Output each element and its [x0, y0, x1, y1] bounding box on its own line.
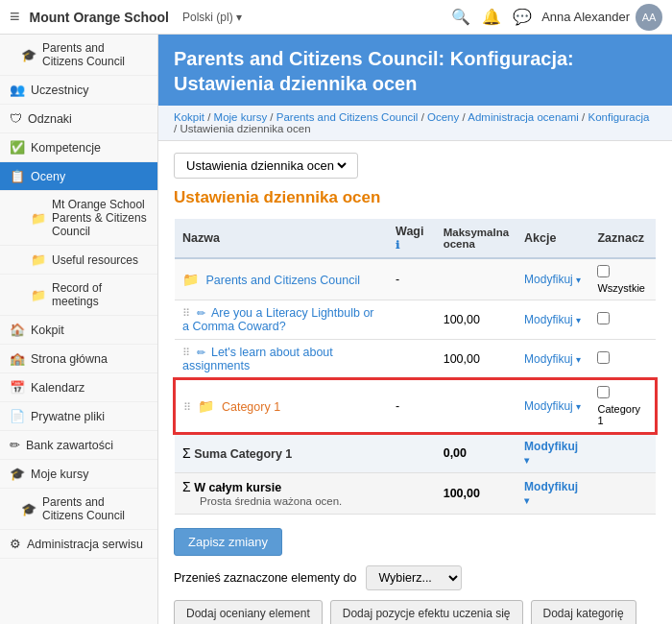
drag-handle[interactable]: ⠿: [182, 307, 190, 319]
sidebar-item-label: Mt Orange School Parents & Citizens Coun…: [52, 198, 148, 238]
user-menu[interactable]: Anna Alexander AA: [541, 4, 662, 31]
topbar: ≡ Mount Orange School Polski (pl) ▾ 🔍 🔔 …: [0, 0, 672, 35]
move-select[interactable]: Wybierz...: [366, 565, 462, 590]
item-link[interactable]: Are you a Literacy Lightbulb or a Comma …: [182, 306, 374, 333]
cell-wagi: [388, 433, 436, 473]
sidebar-item-label: Moje kursy: [31, 468, 88, 481]
sidebar-item-label: Parents and Citizens Council: [42, 41, 148, 68]
main-layout: 🎓 Parents and Citizens Council 👥 Uczestn…: [0, 35, 672, 624]
search-icon[interactable]: 🔍: [451, 8, 470, 26]
cell-maks: [436, 379, 516, 433]
sidebar-item-kokpit[interactable]: 🏠 Kokpit: [0, 316, 157, 345]
sidebar-item-label: Kalendarz: [31, 381, 84, 395]
section-title: Ustawienia dziennika ocen: [174, 188, 657, 207]
user-name: Anna Alexander: [541, 10, 630, 24]
breadcrumb-link-moje-kursy[interactable]: Moje kursy: [214, 111, 268, 123]
cell-wagi: -: [388, 379, 436, 433]
sidebar-item-record-meetings[interactable]: 📁 Record of meetings: [0, 275, 157, 316]
folder-icon: 📁: [182, 272, 199, 287]
sidebar-item-uczestnicy[interactable]: 👥 Uczestnicy: [0, 76, 157, 105]
sidebar-item-prywatne-pliki[interactable]: 📄 Prywatne pliki: [0, 402, 157, 431]
cell-maks: 100,00: [436, 300, 516, 340]
save-button[interactable]: Zapisz zmiany: [174, 528, 282, 556]
view-selector[interactable]: Ustawienia dziennika ocen: [182, 157, 349, 174]
breadcrumb-link-kokpit[interactable]: Kokpit: [174, 111, 204, 123]
sidebar-item-parents-citizens2[interactable]: 🎓 Parents and Citizens Council: [0, 489, 157, 530]
add-buttons: Dodaj oceniany element Dodaj pozycje efe…: [174, 600, 657, 624]
folder-icon: 📁: [31, 211, 46, 226]
breadcrumb-link-admin[interactable]: Administracja ocenami: [468, 111, 579, 123]
total-subtext: Prosta średnia ważona ocen.: [182, 495, 342, 507]
cell-nazwa: Σ W całym kursie Prosta średnia ważona o…: [175, 473, 388, 515]
language-selector[interactable]: Polski (pl) ▾: [182, 11, 242, 24]
view-selector-wrapper: Ustawienia dziennika ocen: [174, 153, 358, 179]
bell-icon[interactable]: 🔔: [482, 8, 501, 26]
menu-icon[interactable]: ≡: [10, 7, 20, 27]
cell-maks: [436, 258, 516, 300]
cell-nazwa: ⠿ ✏ Are you a Literacy Lightbulb or a Co…: [175, 300, 388, 340]
sidebar-item-strona-glowna[interactable]: 🏫 Strona główna: [0, 345, 157, 373]
sidebar-item-label: Odznaki: [28, 112, 72, 126]
modify-button[interactable]: Modyfikuj: [524, 399, 580, 413]
cell-nazwa: ⠿ ✏ Let's learn about about assignments: [175, 340, 388, 380]
content-area: Parents and Citizens Council: Konfigurac…: [158, 35, 672, 624]
select-checkbox[interactable]: [597, 386, 610, 398]
select-checkbox[interactable]: [597, 265, 610, 277]
sidebar-item-bank[interactable]: ✏ Bank zawartości: [0, 431, 157, 460]
select-all-label: Wszystkie: [597, 282, 648, 294]
edit-icon[interactable]: ✏: [197, 307, 205, 319]
sidebar-item-oceny[interactable]: 📋 Oceny: [0, 162, 157, 191]
sidebar-item-kalendarz[interactable]: 📅 Kalendarz: [0, 373, 157, 402]
gear-icon: ⚙: [10, 537, 21, 551]
sidebar-item-odznaki[interactable]: 🛡 Odznaki: [0, 105, 157, 133]
sidebar: 🎓 Parents and Citizens Council 👥 Uczestn…: [0, 35, 158, 624]
modify-button[interactable]: Modyfikuj: [524, 480, 578, 507]
add-learning-outcome-button[interactable]: Dodaj pozycje efektu uczenia się: [330, 600, 523, 624]
sidebar-item-label: Administracja serwisu: [27, 538, 143, 551]
cell-wagi: [388, 473, 436, 515]
add-category-button[interactable]: Dodaj kategorię: [531, 600, 636, 624]
breadcrumb-link-konfiguracja[interactable]: Konfiguracja: [588, 111, 650, 123]
sidebar-item-parents-citizens[interactable]: 🎓 Parents and Citizens Council: [0, 35, 157, 76]
sidebar-item-kompetencje[interactable]: ✅ Kompetencje: [0, 133, 157, 162]
info-icon[interactable]: ℹ: [396, 239, 399, 251]
cell-akcje: Modyfikuj: [516, 258, 589, 300]
drag-handle[interactable]: ⠿: [183, 401, 191, 413]
breadcrumb-link-parents[interactable]: Parents and Citizens Council: [276, 111, 419, 123]
item-link[interactable]: Category 1: [222, 400, 280, 414]
modify-button[interactable]: Modyfikuj: [524, 352, 580, 366]
item-link[interactable]: Parents and Citizens Council: [205, 274, 360, 287]
modify-button[interactable]: Modyfikuj: [524, 313, 580, 326]
sidebar-item-mt-orange[interactable]: 📁 Mt Orange School Parents & Citizens Co…: [0, 191, 157, 246]
sidebar-item-label: Parents and Citizens Council: [42, 495, 148, 522]
sidebar-item-label: Kokpit: [31, 324, 64, 337]
select-checkbox[interactable]: [597, 312, 610, 324]
cell-maks: 0,00: [436, 433, 516, 473]
drag-handle[interactable]: ⠿: [182, 347, 190, 358]
pencil-icon: ✏: [10, 438, 20, 452]
category1-label: Category 1: [597, 403, 647, 426]
sidebar-item-administracja[interactable]: ⚙ Administracja serwisu: [0, 530, 157, 559]
table-row: 📁 Parents and Citizens Council - Modyfik…: [175, 258, 656, 300]
modify-button[interactable]: Modyfikuj: [524, 440, 578, 467]
cell-maks: 100,00: [436, 340, 516, 380]
table-row-category1: ⠿ 📁 Category 1 - Modyfikuj Category 1: [175, 379, 656, 433]
cell-maks: 100,00: [436, 473, 516, 515]
col-zaznacz: Zaznacz: [589, 219, 656, 258]
cell-nazwa: 📁 Parents and Citizens Council: [175, 258, 388, 300]
graduation-icon: 🎓: [21, 48, 36, 62]
sidebar-item-moje-kursy[interactable]: 🎓 Moje kursy: [0, 460, 157, 489]
sidebar-item-useful-resources[interactable]: 📁 Useful resources: [0, 246, 157, 275]
sidebar-item-label: Record of meetings: [52, 281, 148, 308]
edit-icon[interactable]: ✏: [197, 347, 205, 358]
chat-icon[interactable]: 💬: [513, 8, 532, 26]
table-row-sum: Σ Suma Category 1 0,00 Modyfikuj: [175, 433, 656, 473]
table-row-total: Σ W całym kursie Prosta średnia ważona o…: [175, 473, 656, 515]
breadcrumb-link-oceny[interactable]: Oceny: [427, 111, 459, 123]
add-grade-item-button[interactable]: Dodaj oceniany element: [174, 600, 323, 624]
modify-button[interactable]: Modyfikuj: [524, 273, 580, 286]
sidebar-item-label: Uczestnicy: [31, 84, 88, 97]
content-body: Ustawienia dziennika ocen Ustawienia dzi…: [158, 141, 672, 624]
select-checkbox[interactable]: [597, 351, 610, 364]
sidebar-item-label: Useful resources: [52, 253, 138, 267]
